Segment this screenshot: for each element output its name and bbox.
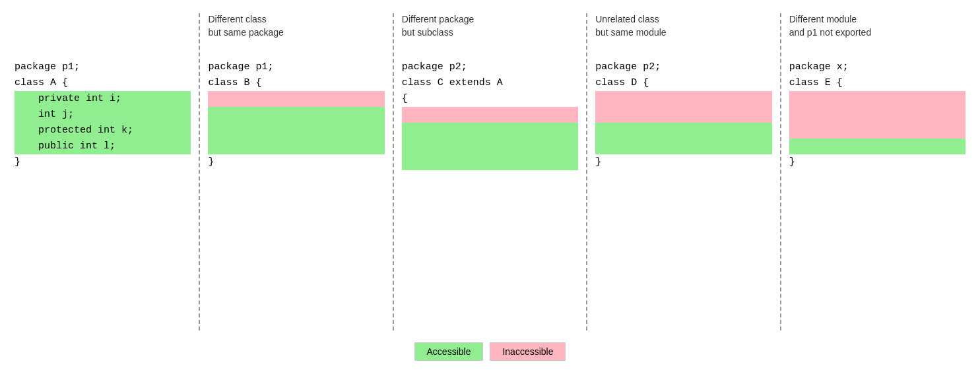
code-line-red [789, 123, 965, 139]
code-line-close: } [789, 154, 965, 170]
code-line: class C extends A [402, 75, 578, 91]
code-line: class A { [15, 75, 191, 91]
code-line: { [402, 91, 578, 107]
column-2-body: package p1; class B { } [208, 59, 384, 330]
column-1-header [15, 13, 191, 53]
columns-row: package p1; class A { private int i; int… [7, 13, 973, 330]
code-line: package p1; [15, 59, 191, 75]
code-line-int-j: int j; [15, 107, 191, 123]
code-line-green [402, 123, 578, 139]
code-line-red [789, 107, 965, 123]
code-line-green [208, 139, 384, 154]
legend-accessible: Accessible [414, 342, 484, 361]
column-4-body: package p2; class D { } [595, 59, 771, 330]
column-2-header: Different classbut same package [208, 13, 384, 53]
code-line: class D { [595, 75, 771, 91]
column-1-body: package p1; class A { private int i; int… [15, 59, 191, 330]
code-line-green [789, 139, 965, 154]
column-3-header: Different packagebut subclass [402, 13, 578, 53]
column-5-body: package x; class E { } [789, 59, 965, 330]
code-line: package x; [789, 59, 965, 75]
code-line-green [402, 139, 578, 154]
legend-row: Accessible Inaccessible [7, 342, 973, 367]
main-container: package p1; class A { private int i; int… [0, 0, 980, 374]
code-line-green [595, 123, 771, 139]
code-line: class B { [208, 75, 384, 91]
code-line-red [789, 91, 965, 107]
code-line: class E { [789, 75, 965, 91]
code-line: package p2; [402, 59, 578, 75]
code-line-close: } [595, 154, 771, 170]
column-4: Unrelated classbut same module package p… [587, 13, 781, 330]
column-3: Different packagebut subclass package p2… [394, 13, 587, 330]
legend-inaccessible: Inaccessible [490, 342, 566, 361]
code-line-green [208, 123, 384, 139]
column-5-header: Different moduleand p1 not exported [789, 13, 965, 53]
code-line-green [595, 139, 771, 154]
code-line-green [402, 154, 578, 170]
code-line-red [595, 91, 771, 107]
column-4-header: Unrelated classbut same module [595, 13, 771, 53]
code-line-protected: protected int k; [15, 123, 191, 139]
column-2: Different classbut same package package … [200, 13, 393, 330]
column-5: Different moduleand p1 not exported pack… [781, 13, 973, 330]
code-line-red [595, 107, 771, 123]
code-line-close: } [15, 154, 191, 170]
legend-accessible-box: Accessible [414, 342, 484, 361]
code-line-red [208, 91, 384, 107]
code-line: package p1; [208, 59, 384, 75]
column-3-body: package p2; class C extends A { [402, 59, 578, 330]
code-line-private: private int i; [15, 91, 191, 107]
legend-inaccessible-box: Inaccessible [490, 342, 566, 361]
code-line-red [402, 107, 578, 123]
code-line-public: public int l; [15, 139, 191, 154]
code-line-close: } [208, 154, 384, 170]
code-line: package p2; [595, 59, 771, 75]
column-1: package p1; class A { private int i; int… [7, 13, 200, 330]
code-line-green [208, 107, 384, 123]
